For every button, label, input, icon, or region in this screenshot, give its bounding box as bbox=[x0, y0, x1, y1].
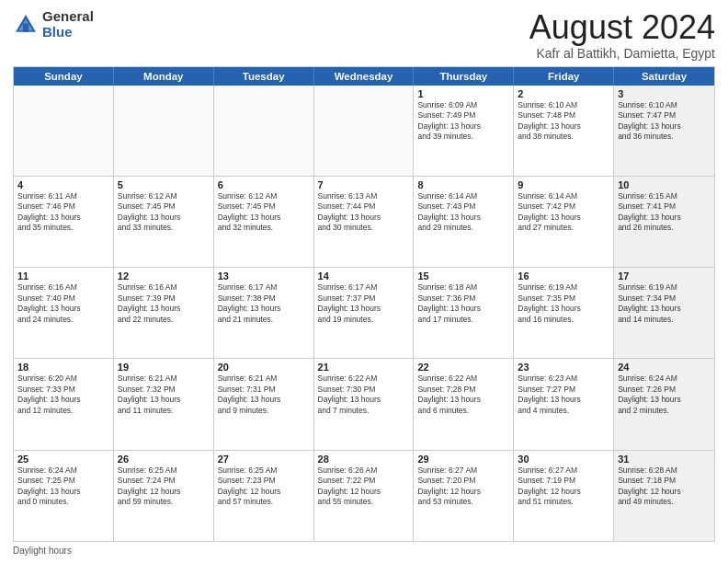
day-info: Sunrise: 6:28 AM Sunset: 7:18 PM Dayligh… bbox=[618, 465, 711, 508]
day-number: 21 bbox=[318, 362, 410, 373]
day-number: 20 bbox=[218, 362, 310, 373]
day-number: 11 bbox=[17, 270, 109, 282]
logo-text: General Blue bbox=[42, 9, 94, 40]
cal-week-2: 4Sunrise: 6:11 AM Sunset: 7:46 PM Daylig… bbox=[14, 176, 714, 267]
day-number: 29 bbox=[417, 454, 509, 465]
day-number: 10 bbox=[618, 179, 711, 190]
day-info: Sunrise: 6:27 AM Sunset: 7:20 PM Dayligh… bbox=[417, 465, 509, 508]
cal-day-3: 3Sunrise: 6:10 AM Sunset: 7:47 PM Daylig… bbox=[614, 86, 714, 176]
cal-day-8: 8Sunrise: 6:14 AM Sunset: 7:43 PM Daylig… bbox=[414, 177, 514, 267]
day-info: Sunrise: 6:18 AM Sunset: 7:36 PM Dayligh… bbox=[417, 282, 509, 325]
day-number: 12 bbox=[118, 270, 210, 282]
title-block: August 2024 Kafr al Battikh, Damietta, E… bbox=[529, 9, 715, 61]
day-number: 19 bbox=[118, 362, 210, 373]
cal-day-26: 26Sunrise: 6:25 AM Sunset: 7:24 PM Dayli… bbox=[114, 451, 214, 541]
cal-day-23: 23Sunrise: 6:23 AM Sunset: 7:27 PM Dayli… bbox=[514, 359, 614, 449]
cal-day-2: 2Sunrise: 6:10 AM Sunset: 7:48 PM Daylig… bbox=[514, 86, 614, 176]
logo-blue: Blue bbox=[42, 24, 73, 40]
day-number: 15 bbox=[417, 270, 509, 282]
cal-day-21: 21Sunrise: 6:22 AM Sunset: 7:30 PM Dayli… bbox=[314, 359, 415, 449]
cal-day-11: 11Sunrise: 6:16 AM Sunset: 7:40 PM Dayli… bbox=[14, 268, 114, 358]
cal-day-16: 16Sunrise: 6:19 AM Sunset: 7:35 PM Dayli… bbox=[514, 268, 614, 358]
day-number: 26 bbox=[118, 454, 210, 465]
day-number: 25 bbox=[17, 454, 109, 465]
cal-header-monday: Monday bbox=[114, 67, 214, 86]
cal-day-empty bbox=[114, 86, 214, 176]
cal-week-5: 25Sunrise: 6:24 AM Sunset: 7:25 PM Dayli… bbox=[14, 450, 714, 541]
day-info: Sunrise: 6:14 AM Sunset: 7:42 PM Dayligh… bbox=[518, 191, 609, 234]
day-info: Sunrise: 6:10 AM Sunset: 7:48 PM Dayligh… bbox=[518, 100, 609, 143]
day-info: Sunrise: 6:17 AM Sunset: 7:37 PM Dayligh… bbox=[318, 282, 410, 325]
cal-day-empty bbox=[314, 86, 415, 176]
calendar-header: SundayMondayTuesdayWednesdayThursdayFrid… bbox=[14, 67, 714, 86]
cal-header-thursday: Thursday bbox=[414, 67, 514, 86]
day-info: Sunrise: 6:26 AM Sunset: 7:22 PM Dayligh… bbox=[318, 465, 410, 508]
cal-day-9: 9Sunrise: 6:14 AM Sunset: 7:42 PM Daylig… bbox=[514, 177, 614, 267]
day-number: 8 bbox=[417, 179, 509, 190]
cal-day-5: 5Sunrise: 6:12 AM Sunset: 7:45 PM Daylig… bbox=[114, 177, 214, 267]
day-info: Sunrise: 6:11 AM Sunset: 7:46 PM Dayligh… bbox=[17, 191, 109, 234]
cal-day-14: 14Sunrise: 6:17 AM Sunset: 7:37 PM Dayli… bbox=[314, 268, 415, 358]
day-info: Sunrise: 6:20 AM Sunset: 7:33 PM Dayligh… bbox=[17, 373, 109, 416]
day-number: 31 bbox=[618, 454, 711, 465]
cal-day-1: 1Sunrise: 6:09 AM Sunset: 7:49 PM Daylig… bbox=[414, 86, 514, 176]
cal-day-19: 19Sunrise: 6:21 AM Sunset: 7:32 PM Dayli… bbox=[114, 359, 214, 449]
cal-day-24: 24Sunrise: 6:24 AM Sunset: 7:26 PM Dayli… bbox=[614, 359, 714, 449]
cal-day-29: 29Sunrise: 6:27 AM Sunset: 7:20 PM Dayli… bbox=[414, 451, 514, 541]
logo: General Blue bbox=[13, 9, 94, 40]
month-title: August 2024 bbox=[529, 9, 715, 46]
day-info: Sunrise: 6:12 AM Sunset: 7:45 PM Dayligh… bbox=[118, 191, 210, 234]
cal-header-saturday: Saturday bbox=[614, 67, 714, 86]
cal-day-18: 18Sunrise: 6:20 AM Sunset: 7:33 PM Dayli… bbox=[14, 359, 114, 449]
svg-rect-2 bbox=[23, 23, 28, 31]
day-number: 14 bbox=[318, 270, 410, 282]
cal-day-31: 31Sunrise: 6:28 AM Sunset: 7:18 PM Dayli… bbox=[614, 451, 714, 541]
day-info: Sunrise: 6:27 AM Sunset: 7:19 PM Dayligh… bbox=[518, 465, 609, 508]
day-info: Sunrise: 6:23 AM Sunset: 7:27 PM Dayligh… bbox=[518, 373, 609, 416]
day-number: 18 bbox=[17, 362, 109, 373]
day-info: Sunrise: 6:22 AM Sunset: 7:28 PM Dayligh… bbox=[417, 373, 509, 416]
day-number: 2 bbox=[518, 88, 609, 99]
day-number: 9 bbox=[518, 179, 609, 190]
cal-header-friday: Friday bbox=[514, 67, 614, 86]
day-info: Sunrise: 6:09 AM Sunset: 7:49 PM Dayligh… bbox=[417, 100, 509, 143]
day-number: 24 bbox=[618, 362, 711, 373]
day-number: 17 bbox=[618, 270, 711, 282]
header: General Blue August 2024 Kafr al Battikh… bbox=[13, 9, 715, 61]
day-info: Sunrise: 6:12 AM Sunset: 7:45 PM Dayligh… bbox=[218, 191, 310, 234]
day-info: Sunrise: 6:25 AM Sunset: 7:23 PM Dayligh… bbox=[218, 465, 310, 508]
day-info: Sunrise: 6:21 AM Sunset: 7:31 PM Dayligh… bbox=[218, 373, 310, 416]
cal-header-sunday: Sunday bbox=[14, 67, 114, 86]
calendar: SundayMondayTuesdayWednesdayThursdayFrid… bbox=[13, 66, 715, 542]
day-number: 4 bbox=[17, 179, 109, 190]
day-number: 27 bbox=[218, 454, 310, 465]
day-info: Sunrise: 6:14 AM Sunset: 7:43 PM Dayligh… bbox=[417, 191, 509, 234]
day-number: 23 bbox=[518, 362, 609, 373]
cal-day-22: 22Sunrise: 6:22 AM Sunset: 7:28 PM Dayli… bbox=[414, 359, 514, 449]
cal-day-10: 10Sunrise: 6:15 AM Sunset: 7:41 PM Dayli… bbox=[614, 177, 714, 267]
cal-header-wednesday: Wednesday bbox=[314, 67, 415, 86]
cal-day-empty bbox=[214, 86, 314, 176]
calendar-body: 1Sunrise: 6:09 AM Sunset: 7:49 PM Daylig… bbox=[14, 86, 714, 541]
day-number: 16 bbox=[518, 270, 609, 282]
day-number: 28 bbox=[318, 454, 410, 465]
day-number: 3 bbox=[618, 88, 711, 99]
day-number: 1 bbox=[417, 88, 509, 99]
logo-icon bbox=[13, 12, 39, 38]
cal-day-25: 25Sunrise: 6:24 AM Sunset: 7:25 PM Dayli… bbox=[14, 451, 114, 541]
day-info: Sunrise: 6:25 AM Sunset: 7:24 PM Dayligh… bbox=[118, 465, 210, 508]
cal-week-1: 1Sunrise: 6:09 AM Sunset: 7:49 PM Daylig… bbox=[14, 86, 714, 176]
day-info: Sunrise: 6:15 AM Sunset: 7:41 PM Dayligh… bbox=[618, 191, 711, 234]
day-number: 30 bbox=[518, 454, 609, 465]
logo-general: General bbox=[42, 8, 94, 24]
day-info: Sunrise: 6:24 AM Sunset: 7:25 PM Dayligh… bbox=[17, 465, 109, 508]
day-info: Sunrise: 6:24 AM Sunset: 7:26 PM Dayligh… bbox=[618, 373, 711, 416]
cal-day-27: 27Sunrise: 6:25 AM Sunset: 7:23 PM Dayli… bbox=[214, 451, 314, 541]
cal-day-6: 6Sunrise: 6:12 AM Sunset: 7:45 PM Daylig… bbox=[214, 177, 314, 267]
day-number: 22 bbox=[417, 362, 509, 373]
cal-day-17: 17Sunrise: 6:19 AM Sunset: 7:34 PM Dayli… bbox=[614, 268, 714, 358]
cal-week-4: 18Sunrise: 6:20 AM Sunset: 7:33 PM Dayli… bbox=[14, 358, 714, 449]
day-info: Sunrise: 6:21 AM Sunset: 7:32 PM Dayligh… bbox=[118, 373, 210, 416]
cal-day-28: 28Sunrise: 6:26 AM Sunset: 7:22 PM Dayli… bbox=[314, 451, 415, 541]
cal-day-12: 12Sunrise: 6:16 AM Sunset: 7:39 PM Dayli… bbox=[114, 268, 214, 358]
